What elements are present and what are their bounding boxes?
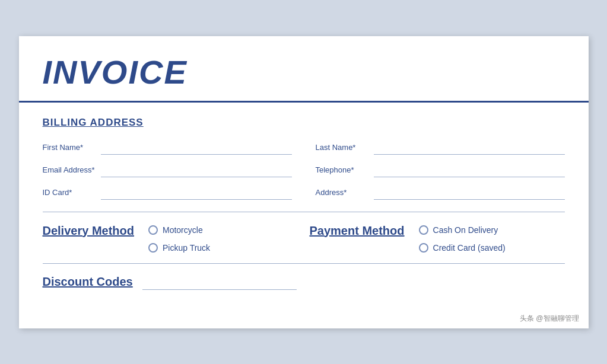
address-label: Address* (316, 188, 369, 197)
payment-option-credit-card[interactable]: Credit Card (saved) (419, 243, 506, 253)
id-card-input[interactable] (101, 186, 292, 200)
first-name-row: First Name* (43, 141, 292, 155)
divider-2 (43, 263, 565, 264)
watermark: 头条 @智融聊管理 (19, 309, 589, 328)
methods-row: Delivery Method Motorcycle Pickup Truck … (43, 223, 565, 253)
payment-method-label: Payment Method (310, 223, 405, 238)
invoice-card: INVOICE BILLING ADDRESS First Name* Last… (19, 36, 589, 328)
delivery-method-section: Delivery Method Motorcycle Pickup Truck (43, 223, 298, 253)
discount-codes-label: Discount Codes (43, 275, 133, 289)
invoice-title: INVOICE (43, 53, 565, 91)
divider-1 (43, 212, 565, 212)
payment-options: Cash On Delivery Credit Card (saved) (419, 223, 506, 253)
radio-cod[interactable] (419, 225, 428, 235)
first-name-input[interactable] (101, 141, 292, 155)
delivery-option-pickup-truck-label: Pickup Truck (163, 243, 210, 253)
payment-option-credit-card-label: Credit Card (saved) (433, 243, 506, 253)
billing-address-title: BILLING ADDRESS (43, 117, 565, 129)
email-row: Email Address* (43, 163, 292, 177)
telephone-label: Telephone* (316, 165, 369, 174)
first-name-label: First Name* (43, 143, 96, 152)
address-row: Address* (316, 186, 565, 200)
delivery-option-pickup-truck[interactable]: Pickup Truck (148, 243, 210, 253)
id-card-label: ID Card* (43, 188, 96, 197)
delivery-method-label: Delivery Method (43, 223, 134, 238)
delivery-options: Motorcycle Pickup Truck (148, 223, 210, 253)
payment-option-cod-label: Cash On Delivery (433, 225, 498, 235)
discount-codes-input[interactable] (142, 274, 297, 290)
billing-form-grid: First Name* Last Name* Email Address* Te… (43, 141, 565, 200)
payment-option-cod[interactable]: Cash On Delivery (419, 225, 506, 235)
invoice-body: BILLING ADDRESS First Name* Last Name* E… (19, 103, 589, 309)
delivery-option-motorcycle-label: Motorcycle (163, 225, 203, 235)
email-input[interactable] (101, 163, 292, 177)
radio-pickup-truck[interactable] (148, 243, 158, 253)
radio-credit-card[interactable] (419, 243, 428, 253)
payment-method-section: Payment Method Cash On Delivery Credit C… (298, 223, 565, 253)
invoice-header: INVOICE (19, 36, 589, 103)
last-name-input[interactable] (374, 141, 565, 155)
radio-motorcycle[interactable] (148, 225, 158, 235)
telephone-input[interactable] (374, 163, 565, 177)
last-name-row: Last Name* (316, 141, 565, 155)
delivery-option-motorcycle[interactable]: Motorcycle (148, 225, 210, 235)
last-name-label: Last Name* (316, 143, 369, 152)
id-card-row: ID Card* (43, 186, 292, 200)
telephone-row: Telephone* (316, 163, 565, 177)
discount-row: Discount Codes (43, 274, 565, 290)
address-input[interactable] (374, 186, 565, 200)
email-label: Email Address* (43, 165, 96, 174)
